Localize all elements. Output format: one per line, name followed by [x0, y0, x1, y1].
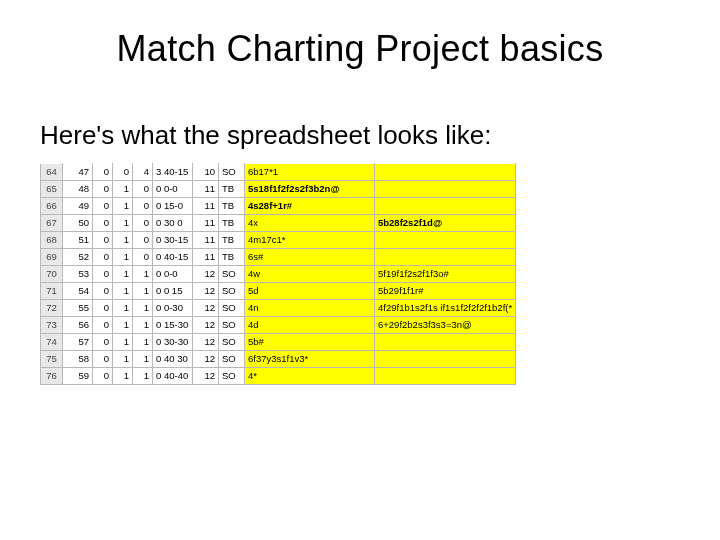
cell: 1 — [113, 334, 133, 351]
cell: TB — [219, 198, 245, 215]
cell: 48 — [63, 181, 93, 198]
cell: 58 — [63, 351, 93, 368]
cell: 3 40-15 — [153, 164, 193, 181]
cell: 1 — [113, 215, 133, 232]
cell: 0 40-40 — [153, 368, 193, 385]
cell — [375, 334, 516, 351]
cell: 5d — [245, 283, 375, 300]
cell: 6f37y3s1f1v3* — [245, 351, 375, 368]
cell: 0 — [133, 249, 153, 266]
cell: 0 — [93, 368, 113, 385]
cell: 1 — [113, 317, 133, 334]
cell: 69 — [41, 249, 63, 266]
cell: SO — [219, 368, 245, 385]
cell — [375, 232, 516, 249]
cell: 11 — [193, 181, 219, 198]
cell: 0 — [93, 164, 113, 181]
cell: 5b29f1f1r# — [375, 283, 516, 300]
cell: 0 30-15 — [153, 232, 193, 249]
cell: 5f19f1f2s2f1f3o# — [375, 266, 516, 283]
cell: 0 — [93, 215, 113, 232]
cell: 4x — [245, 215, 375, 232]
cell: 11 — [193, 232, 219, 249]
cell: 1 — [113, 368, 133, 385]
cell: 57 — [63, 334, 93, 351]
cell: 1 — [133, 334, 153, 351]
cell: 1 — [133, 266, 153, 283]
cell: 6s# — [245, 249, 375, 266]
spreadsheet: 64470043 40-1510SO6b17*165480100 0-011TB… — [40, 163, 516, 385]
cell: 0 15-0 — [153, 198, 193, 215]
cell: 0 — [93, 266, 113, 283]
cell: 1 — [113, 266, 133, 283]
cell: 47 — [63, 164, 93, 181]
cell: 0 — [133, 198, 153, 215]
cell: 1 — [133, 283, 153, 300]
cell: 12 — [193, 334, 219, 351]
cell: 1 — [113, 181, 133, 198]
cell: 12 — [193, 266, 219, 283]
cell: 4s28f+1r# — [245, 198, 375, 215]
cell: SO — [219, 283, 245, 300]
cell: 71 — [41, 283, 63, 300]
cell — [375, 351, 516, 368]
cell: 0 — [93, 351, 113, 368]
cell: 0 0-0 — [153, 181, 193, 198]
cell: 6b17*1 — [245, 164, 375, 181]
cell: TB — [219, 249, 245, 266]
cell: 52 — [63, 249, 93, 266]
cell — [375, 249, 516, 266]
cell: 0 — [133, 181, 153, 198]
cell: 0 — [93, 334, 113, 351]
cell: 11 — [193, 215, 219, 232]
slide: Match Charting Project basics Here's wha… — [0, 0, 720, 540]
cell: 4* — [245, 368, 375, 385]
cell: TB — [219, 232, 245, 249]
cell: 1 — [113, 351, 133, 368]
cell: 0 — [93, 283, 113, 300]
cell: 0 40-15 — [153, 249, 193, 266]
cell: 0 — [93, 317, 113, 334]
cell: 6+29f2b2s3f3s3=3n@ — [375, 317, 516, 334]
cell: 0 40 30 — [153, 351, 193, 368]
cell: 0 — [93, 181, 113, 198]
cell: 0 — [133, 215, 153, 232]
cell: 50 — [63, 215, 93, 232]
cell: 1 — [113, 198, 133, 215]
cell: 12 — [193, 300, 219, 317]
cell: 0 30 0 — [153, 215, 193, 232]
cell: 55 — [63, 300, 93, 317]
cell: 11 — [193, 249, 219, 266]
cell: 65 — [41, 181, 63, 198]
cell: 1 — [133, 351, 153, 368]
cell: SO — [219, 266, 245, 283]
cell: 12 — [193, 368, 219, 385]
cell: 72 — [41, 300, 63, 317]
cell: 10 — [193, 164, 219, 181]
cell: 12 — [193, 317, 219, 334]
cell — [375, 164, 516, 181]
cell: 74 — [41, 334, 63, 351]
cell — [375, 181, 516, 198]
cell: 0 0-30 — [153, 300, 193, 317]
cell: 1 — [133, 317, 153, 334]
cell: 0 0-0 — [153, 266, 193, 283]
cell: 73 — [41, 317, 63, 334]
cell: 5s18f1f2f2s2f3b2n@ — [245, 181, 375, 198]
cell: 0 — [93, 300, 113, 317]
cell: 12 — [193, 351, 219, 368]
cell: 4w — [245, 266, 375, 283]
cell: 5b# — [245, 334, 375, 351]
cell: SO — [219, 351, 245, 368]
slide-lead: Here's what the spreadsheet looks like: — [40, 120, 680, 151]
cell: 0 — [93, 198, 113, 215]
cell: TB — [219, 215, 245, 232]
cell: 1 — [113, 232, 133, 249]
cell: SO — [219, 164, 245, 181]
cell: 1 — [133, 368, 153, 385]
cell — [375, 198, 516, 215]
cell: 1 — [113, 249, 133, 266]
cell: 1 — [113, 283, 133, 300]
slide-title: Match Charting Project basics — [40, 28, 680, 70]
cell: 0 — [113, 164, 133, 181]
